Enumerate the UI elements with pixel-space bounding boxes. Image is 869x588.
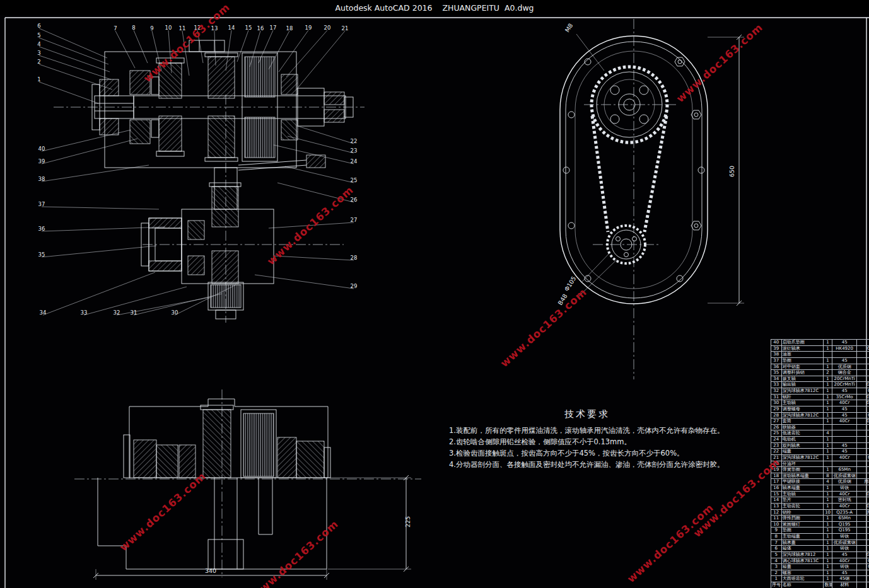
- bom-cell: GBT292: [857, 454, 869, 461]
- bom-row: 11弹性挡圈165Mn: [771, 516, 869, 522]
- bom-cell: 对中销套: [781, 364, 824, 370]
- bom-cell: [857, 406, 869, 412]
- window-titlebar[interactable]: Autodesk AutoCAD 2016 ZHUANGPEITU A0.dwg: [0, 0, 869, 15]
- bom-row: 36对中销套1优质钢: [771, 364, 869, 370]
- part-number-label: 33: [81, 309, 88, 316]
- bom-row: 8主动端盖1铸铁: [771, 534, 869, 540]
- bom-cell: 弹性挡圈: [781, 516, 824, 522]
- bom-cell: [857, 485, 869, 492]
- bom-cell: 1: [824, 576, 832, 582]
- bom-cell: 1: [824, 412, 832, 418]
- bom-cell: 输出轴: [781, 382, 824, 388]
- bom-cell: [857, 570, 869, 576]
- bom-cell: GBT1243: [857, 394, 869, 400]
- bom-cell: 1: [824, 539, 832, 546]
- bom-cell: 30: [771, 400, 782, 406]
- tech-requirement-line: 3.检验齿面接触斑点，按齿高方向不少于45%，按齿长方向不少于60%。: [449, 447, 725, 459]
- bom-cell: 垫圈: [781, 527, 824, 534]
- bom-cell: [857, 527, 869, 534]
- bom-row: 7轴承盖1优质碳素钢: [771, 539, 869, 546]
- bom-cell: [857, 516, 869, 522]
- bom-cell: GBT1095: [857, 400, 869, 406]
- bom-cell: 33: [771, 382, 782, 388]
- leader-line: [42, 130, 131, 151]
- bom-cell: 深沟球轴承7812C: [781, 454, 824, 461]
- bom-cell: 3: [771, 564, 782, 570]
- bom-cell: 45: [832, 357, 857, 364]
- leader-line: [286, 30, 327, 77]
- bom-cell: 65Mn: [832, 467, 857, 473]
- bom-cell: 7: [771, 539, 782, 546]
- tech-requirement-line: 1.装配前，所有的零件用煤油清洗，滚动轴承用汽油清洗，壳体内不允许有杂物存在。: [449, 425, 725, 436]
- bom-cell: 4: [771, 558, 782, 564]
- bom-cell: 1: [824, 558, 832, 564]
- bom-cell: 蜗杆: [781, 394, 824, 400]
- bom-cell: 密封纸: [832, 497, 857, 504]
- bom-row: 22端盖145GBT99: [771, 449, 869, 455]
- part-number-label: 23: [351, 147, 358, 154]
- bom-cell: 45: [832, 412, 857, 418]
- bom-cell: 销栓: [781, 509, 824, 516]
- part-number-label: 5: [37, 32, 40, 38]
- bom-cell: 13: [771, 503, 782, 509]
- bom-cell: [824, 352, 832, 358]
- part-number-label: 19: [305, 25, 312, 31]
- bom-cell: 序号: [771, 582, 782, 588]
- bom-row: 39滚针轴承1HK4920GB1208-: [771, 345, 869, 352]
- bom-cell: 螺塞: [781, 570, 824, 576]
- parts-table: 40启动爪垫圈14539滚针轴承1HK4920GB1208-38油塞37垫圈14…: [771, 339, 869, 588]
- bom-row: 12销栓10Q235-A用标GB/T: [771, 509, 869, 516]
- bom-cell: 40Cr: [832, 400, 857, 406]
- autocad-window: Autodesk AutoCAD 2016 ZHUANGPEITU A0.dwg: [0, 0, 869, 588]
- bom-cell: Q195: [832, 527, 857, 534]
- leader-line: [274, 256, 354, 260]
- bom-cell: GBT1108: [857, 418, 869, 425]
- bom-cell: 1: [824, 570, 832, 576]
- part-number-label: 32: [114, 309, 120, 316]
- bom-cell: 1: [824, 442, 832, 449]
- hex-bolt: [691, 221, 701, 230]
- bom-row: 35调整杆插销2铜合金: [771, 370, 869, 376]
- part-number-label: 22: [351, 138, 358, 144]
- bom-cell: 12: [771, 509, 782, 516]
- bom-cell: 双列轴承: [781, 442, 824, 449]
- bom-row: 23双列轴承145: [771, 442, 869, 449]
- bom-row: 24电动机1: [771, 437, 869, 443]
- part-number-label: 1: [37, 76, 40, 83]
- dimension-text: 650: [728, 166, 735, 177]
- bom-cell: 45钢: [832, 576, 857, 582]
- bom-cell: 分油环: [781, 461, 824, 467]
- bom-cell: 2: [771, 570, 782, 576]
- bom-row: 38油塞: [771, 352, 869, 358]
- part-number-label: 34: [40, 309, 47, 316]
- window-title: Autodesk AutoCAD 2016 ZHUANGPEITU A0.dwg: [335, 3, 534, 13]
- bom-cell: Q195: [832, 521, 857, 527]
- bom-cell: 35: [771, 370, 782, 376]
- bom-row: 15主动轴140CrGBT1096: [771, 491, 869, 497]
- bom-row: 3箱盖1铸铁GB1007: [771, 564, 869, 570]
- tech-requirements-title: 技术要求: [449, 408, 725, 420]
- bom-cell: 26: [771, 424, 782, 430]
- bom-cell: 铸铁: [832, 485, 857, 492]
- bom-cell: 1: [824, 497, 832, 504]
- bom-cell: [857, 461, 869, 467]
- bom-cell: 20CrMnTi: [832, 382, 857, 388]
- bom-cell: 45: [832, 449, 857, 455]
- bom-cell: 32: [771, 388, 782, 395]
- bom-cell: 34: [771, 376, 782, 382]
- bom-cell: 轴承端盖: [781, 485, 824, 492]
- bom-cell: 1: [824, 400, 832, 406]
- part-number-label: 40: [38, 146, 45, 152]
- bom-cell: 电动机: [781, 437, 824, 443]
- bom-cell: GBT1096: [857, 491, 869, 497]
- part-number-label: 9: [150, 25, 153, 32]
- bom-cell: 优质碳素钢: [832, 539, 857, 546]
- leader-line: [39, 82, 98, 103]
- assembly-section-view: [54, 40, 365, 323]
- bom-cell: [857, 376, 869, 382]
- bom-cell: 8: [771, 534, 782, 540]
- bom-cell: 平键联接: [781, 479, 824, 485]
- leader-line: [39, 55, 111, 79]
- part-number-label: 14: [228, 25, 235, 31]
- bom-cell: GB1208-: [857, 345, 869, 352]
